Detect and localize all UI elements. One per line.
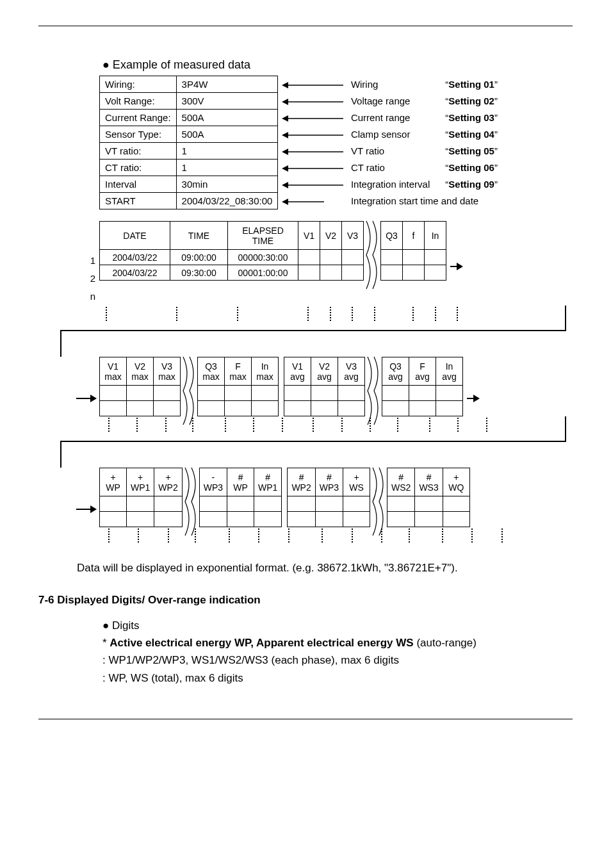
setting-desc: Wiring — [348, 76, 432, 93]
dotted-continuation — [99, 528, 573, 543]
col-date: DATE — [100, 222, 170, 250]
setting-desc: Clamp sensor — [348, 126, 432, 143]
arrow-icon — [278, 93, 348, 110]
setting-label: START — [100, 193, 177, 209]
col-header: +WQ — [443, 468, 469, 496]
col-header: Q3max — [198, 357, 225, 386]
top-rule — [38, 26, 573, 26]
setting-ref: “Setting 09” — [432, 176, 500, 193]
col-header: +WP — [100, 468, 127, 496]
data-table-3-seg: +WP+WP1+WP2 — [99, 468, 183, 527]
setting-label: Volt Range: — [100, 93, 177, 110]
arrow-icon — [278, 193, 348, 209]
section-title: 7-6 Displayed Digits/ Over-range indicat… — [38, 594, 573, 607]
col-header: +WP1 — [127, 468, 154, 496]
data-table-block-2: V1maxV2maxV3max Q3maxFmaxInmax V1avgV2av… — [77, 357, 573, 416]
col-header: V3max — [154, 357, 181, 386]
setting-label: CT ratio: — [100, 160, 177, 176]
setting-value: 300V — [176, 93, 278, 110]
arrow-icon — [278, 143, 348, 160]
svg-marker-3 — [282, 99, 288, 105]
digits-line: : WP1/WP2/WP3, WS1/WS2/WS3 (each phase),… — [102, 651, 573, 669]
cell: 2004/03/22 — [100, 250, 170, 265]
setting-desc: Voltage range — [348, 93, 432, 110]
digits-line: : WP, WS (total), max 6 digits — [102, 669, 573, 687]
data-table-block-1: 1 2 n DATE TIME ELAPSED TIME V1 V2 V3 20… — [77, 221, 573, 306]
svg-marker-11 — [282, 165, 288, 172]
data-table-2-seg: Q3maxFmaxInmax — [197, 357, 279, 416]
setting-ref: “Setting 05” — [432, 143, 500, 160]
setting-label: Sensor Type: — [100, 126, 177, 143]
cell: 00000:30:00 — [228, 250, 298, 265]
col-v1: V1 — [298, 222, 320, 250]
setting-desc: Integration start time and date — [348, 193, 500, 209]
data-table-3-seg: #WS2#WS3+WQ — [387, 468, 470, 527]
setting-value: 30min — [176, 176, 278, 193]
arrow-icon — [278, 176, 348, 193]
svg-marker-7 — [282, 132, 288, 138]
settings-table: Wiring:3P4WWiring“Setting 01”Volt Range:… — [99, 76, 500, 209]
continuation-arrow-icon — [450, 266, 462, 267]
cell: 00001:00:00 — [228, 265, 298, 281]
setting-ref: “Setting 04” — [432, 126, 500, 143]
col-header: V1max — [100, 357, 127, 386]
setting-value: 1 — [176, 160, 278, 176]
setting-desc: Current range — [348, 110, 432, 126]
arrow-icon — [278, 110, 348, 126]
svg-marker-9 — [282, 149, 288, 155]
continuation-arrow-icon — [76, 398, 95, 399]
row-num: 1 — [77, 252, 99, 270]
arrow-icon — [278, 76, 348, 93]
col-header: #WS2 — [387, 468, 415, 496]
col-header: #WP1 — [254, 468, 282, 496]
setting-ref: “Setting 03” — [432, 110, 500, 126]
arrow-icon — [278, 126, 348, 143]
svg-marker-15 — [282, 199, 288, 205]
data-table-3-seg: #WP2#WP3+WS — [287, 468, 370, 527]
col-f: f — [403, 222, 425, 250]
data-table-1-right: Q3 f In — [380, 221, 446, 281]
setting-value: 3P4W — [176, 76, 278, 93]
col-header: +WS — [343, 468, 370, 496]
data-table-block-3: +WP+WP1+WP2 -WP3#WP#WP1 #WP2#WP3+WS #WS2… — [77, 468, 573, 527]
col-q3: Q3 — [381, 222, 403, 250]
data-table-2-seg: V1avgV2avgV3avg — [284, 357, 365, 416]
setting-ref: “Setting 06” — [432, 160, 500, 176]
data-table-1-left: DATE TIME ELAPSED TIME V1 V2 V3 2004/03/… — [99, 221, 364, 281]
col-header: #WP3 — [315, 468, 343, 496]
setting-desc: CT ratio — [348, 160, 432, 176]
setting-desc: VT ratio — [348, 143, 432, 160]
col-header: Favg — [409, 357, 436, 386]
setting-value: 1 — [176, 143, 278, 160]
col-header: V3avg — [338, 357, 365, 386]
col-header: #WP2 — [288, 468, 315, 496]
col-header: V2max — [127, 357, 154, 386]
digits-line: * Active electrical energy WP, Apparent … — [102, 634, 573, 651]
col-header: #WP — [227, 468, 254, 496]
setting-desc: Integration interval — [348, 176, 432, 193]
continuation-arrow-icon — [467, 398, 478, 399]
svg-marker-5 — [282, 115, 288, 122]
flow-connector — [60, 416, 573, 468]
col-header: -WP3 — [199, 468, 227, 496]
svg-marker-13 — [282, 182, 288, 188]
col-in: In — [425, 222, 446, 250]
bottom-rule — [38, 719, 573, 719]
col-header: Q3avg — [382, 357, 409, 386]
digits-block: ● Digits * Active electrical energy WP, … — [102, 617, 573, 687]
col-header: #WS3 — [415, 468, 443, 496]
col-v2: V2 — [320, 222, 342, 250]
setting-label: Wiring: — [100, 76, 177, 93]
data-table-3-seg: -WP3#WP#WP1 — [199, 468, 282, 527]
data-table-2-seg: V1maxV2maxV3max — [99, 357, 181, 416]
setting-value: 2004/03/22_08:30:00 — [176, 193, 278, 209]
svg-marker-1 — [282, 82, 288, 88]
col-v3: V3 — [342, 222, 364, 250]
col-header: Inmax — [252, 357, 279, 386]
continuation-arrow-icon — [76, 509, 95, 510]
setting-ref: “Setting 01” — [432, 76, 500, 93]
col-elapsed: ELAPSED TIME — [228, 222, 298, 250]
setting-label: VT ratio: — [100, 143, 177, 160]
col-header: Fmax — [225, 357, 252, 386]
row-num: n — [77, 288, 99, 306]
